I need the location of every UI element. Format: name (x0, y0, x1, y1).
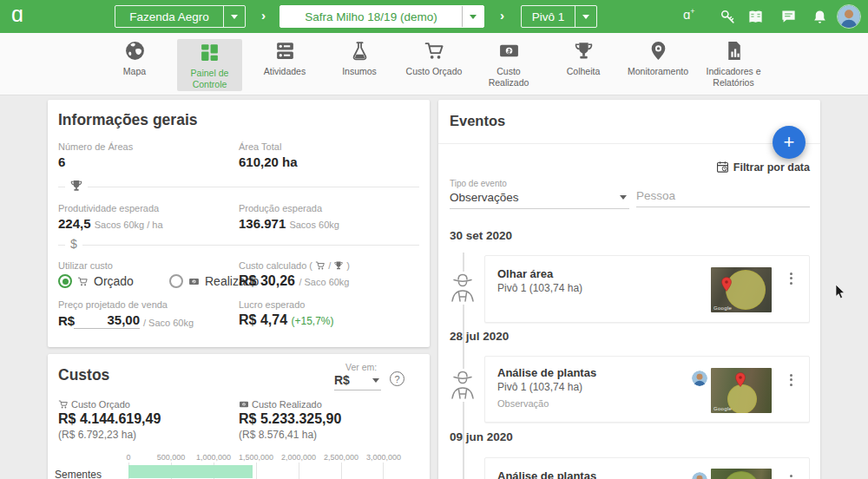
event-date-header: 09 jun 2020 (450, 430, 513, 443)
event-map-thumbnail[interactable]: Google (711, 368, 772, 413)
event-title: Olhar área (497, 267, 553, 280)
sale-price-label: Preço projetado de venda (58, 299, 168, 310)
event-type-select[interactable]: Observações (450, 191, 629, 209)
chevron-down-icon[interactable] (463, 6, 483, 27)
costs-bar-chart: 0 500,000 1,000,000 1,500,000 2,000,000 … (48, 448, 430, 479)
sale-price-currency: R$ (58, 313, 75, 328)
radio-orcado-label: Orçado (94, 274, 134, 288)
cart-icon (315, 260, 326, 271)
chart-plot-area (128, 463, 384, 479)
cart-icon (424, 40, 445, 62)
knowledge-book-icon[interactable] (747, 9, 764, 25)
farmer-icon (449, 272, 477, 305)
event-map-thumbnail[interactable]: Google (711, 469, 772, 479)
use-cost-label: Utilizar custo (58, 260, 113, 271)
filter-by-date-label: Filtrar por data (733, 161, 810, 174)
gridline (256, 463, 257, 479)
activity-list-icon (274, 40, 296, 62)
map-watermark: Google (713, 406, 732, 411)
axis-tick: 1,500,000 (239, 453, 273, 462)
event-card[interactable]: Olhar área Pivô 1 (103,74 ha) Google (484, 255, 810, 323)
profit-percent: (+15,7%) (292, 315, 334, 327)
field-selector[interactable]: Pivô 1 (521, 5, 597, 28)
profit-label: Lucro esperado (239, 299, 305, 310)
section-divider: $ (58, 245, 419, 246)
user-avatar[interactable] (837, 4, 861, 29)
tab-painel-de-controle[interactable]: Painel de Controle (177, 39, 242, 91)
event-type-label: Tipo de evento (450, 179, 507, 188)
gridline (341, 463, 342, 479)
num-areas-label: Número de Áreas (58, 141, 133, 152)
radio-unselected-icon[interactable] (169, 274, 183, 288)
section-divider (58, 187, 419, 187)
tab-atividades[interactable]: Atividades (243, 40, 326, 92)
production-label: Produção esperada (239, 203, 322, 213)
axis-tick: 2,000,000 (281, 453, 316, 462)
sale-price-input[interactable]: 35,00 (74, 312, 140, 329)
module-tabbar: Mapa Painel de Controle Atividades Insum… (0, 33, 868, 95)
dashboard-icon (199, 42, 220, 63)
chart-category-label: Sementes (55, 469, 102, 479)
add-event-button[interactable]: + (773, 126, 806, 159)
field-selector-label: Pivô 1 (522, 6, 575, 27)
breadcrumb-chevron-icon: › (261, 8, 266, 23)
tab-monitoramento[interactable]: Monitoramento (616, 40, 700, 92)
event-note: Observação (497, 398, 549, 409)
production-value: 136.971 Sacos 60kg (239, 216, 339, 231)
event-date-header: 30 set 2020 (450, 229, 512, 242)
report-icon (723, 40, 745, 62)
notifications-bell-icon[interactable] (812, 9, 828, 25)
chevron-down-icon[interactable] (224, 6, 245, 27)
cost-calc-label: Custo calculado ( / ) (239, 260, 350, 271)
event-user-avatar (692, 371, 707, 386)
event-menu-icon[interactable] (790, 270, 792, 286)
key-icon[interactable] (720, 9, 736, 25)
event-card[interactable]: Análise de plantas Google (484, 457, 810, 479)
tab-label: Atividades (264, 66, 306, 77)
event-map-thumbnail[interactable]: Google (711, 267, 772, 312)
costs-panel: Custos Ver em: R$ ? Custo Orçado R$ 4.14… (48, 354, 430, 479)
breadcrumb-chevron-icon: › (500, 8, 504, 23)
tab-colheita[interactable]: Colheita (542, 40, 625, 92)
event-menu-icon[interactable] (790, 371, 792, 388)
farm-selector[interactable]: Fazenda Aegro (115, 5, 246, 28)
tab-mapa[interactable]: Mapa (93, 40, 176, 92)
axis-tick: 0 (126, 453, 130, 462)
tab-label: Monitoramento (628, 66, 688, 77)
tab-custo-orcado[interactable]: Custo Orçado (392, 40, 476, 92)
chat-icon[interactable] (780, 9, 797, 25)
chevron-down-icon[interactable] (575, 6, 596, 27)
events-panel: Eventos + Filtrar por data Tipo de event… (438, 100, 820, 479)
tab-indicadores-relatorios[interactable]: Indicadores e Relatórios (692, 40, 775, 92)
event-title: Análise de plantas (497, 366, 596, 379)
tab-insumos[interactable]: Insumos (318, 40, 401, 92)
person-filter-input[interactable] (636, 189, 810, 207)
radio-selected-icon[interactable] (58, 274, 72, 288)
app-header: ɑ Fazenda Aegro › Safra Milho 18/19 (dem… (0, 0, 868, 33)
cart-icon (77, 276, 89, 287)
event-subtitle: Pivô 1 (103,74 ha) (497, 381, 582, 393)
red-map-pin-icon (734, 372, 746, 388)
add-account-icon[interactable]: ɑ+ (683, 7, 695, 23)
event-subtitle: Pivô 1 (103,74 ha) (497, 282, 582, 294)
axis-tick: 3,000,000 (366, 453, 401, 462)
help-icon[interactable]: ? (390, 371, 404, 386)
view-in-select[interactable]: R$ (334, 373, 381, 390)
view-in-value: R$ (334, 373, 350, 387)
event-menu-icon[interactable] (790, 472, 792, 479)
radio-orcado[interactable]: Orçado (58, 274, 134, 288)
season-selector[interactable]: Safra Milho 18/19 (demo) (279, 5, 484, 28)
event-user-avatar (692, 472, 707, 479)
filter-by-date-button[interactable]: Filtrar por data (716, 161, 810, 174)
event-card[interactable]: Análise de plantas Pivô 1 (103,74 ha) Ob… (484, 356, 810, 423)
panel-title: Informações gerais (58, 111, 197, 129)
budgeted-cost-per-ha: (R$ 6.792,23 ha) (58, 429, 136, 441)
panel-title: Custos (58, 366, 109, 384)
cash-icon (188, 276, 200, 287)
aegro-logo[interactable]: ɑ (11, 2, 23, 27)
chart-bar[interactable] (128, 465, 253, 478)
gridline (383, 463, 384, 479)
tab-custo-realizado[interactable]: Custo Realizado (467, 40, 550, 92)
event-type-value: Observações (450, 191, 519, 204)
axis-tick: 500,000 (157, 453, 186, 462)
